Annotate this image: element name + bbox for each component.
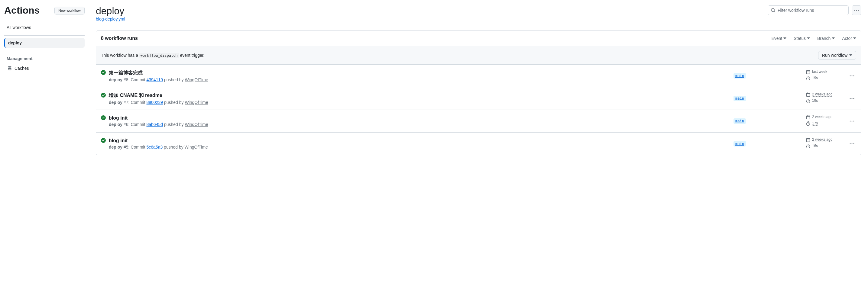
run-menu-button[interactable] — [848, 94, 856, 103]
check-circle-icon — [101, 115, 106, 120]
run-main: 增加 CNAME 和 readme deploy #7: Commit 8800… — [109, 92, 734, 105]
run-title[interactable]: blog init — [109, 115, 734, 121]
run-workflow-name: deploy — [109, 77, 122, 82]
calendar-icon — [806, 138, 810, 142]
run-main: blog init deploy #6: Commit 8ab645d push… — [109, 115, 734, 127]
run-title[interactable]: 增加 CNAME 和 readme — [109, 92, 734, 99]
branch-badge[interactable]: main — [734, 118, 746, 124]
run-subtitle: deploy #8: Commit 4394119 pushed by Wing… — [109, 77, 734, 82]
caret-down-icon — [853, 37, 856, 39]
filter-actor[interactable]: Actor — [842, 36, 856, 41]
actor-link[interactable]: WingOfTime — [185, 100, 208, 105]
dispatch-row: This workflow has a workflow_dispatch ev… — [96, 46, 861, 65]
calendar-icon — [806, 115, 810, 119]
run-main: blog init deploy #5: Commit 5c6a5a3 push… — [109, 138, 734, 149]
run-workflow-name: deploy — [109, 145, 122, 149]
run-branch-col: main — [734, 73, 806, 78]
dispatch-code: workflow_dispatch — [139, 53, 179, 58]
run-item: blog init deploy #5: Commit 5c6a5a3 push… — [96, 133, 861, 155]
run-when-col: 2 weeks ago 17s — [806, 115, 845, 128]
svg-point-6 — [850, 98, 851, 99]
filter-group: Event Status Branch Actor — [771, 36, 856, 41]
workflow-file-link[interactable]: blog-deploy.yml — [96, 16, 125, 22]
filter-event[interactable]: Event — [771, 36, 786, 41]
filter-event-label: Event — [771, 36, 782, 41]
caches-label: Caches — [14, 66, 29, 71]
management-section-label: Management — [4, 56, 85, 61]
run-when: 2 weeks ago — [812, 137, 832, 142]
run-when-row: 2 weeks ago — [806, 115, 845, 119]
actor-link[interactable]: WingOfTime — [185, 145, 208, 149]
run-duration: 17s — [812, 121, 818, 126]
svg-point-11 — [854, 121, 855, 122]
commit-sha-link[interactable]: 8800239 — [147, 100, 163, 105]
commit-sha-link[interactable]: 5c6a5a3 — [147, 145, 163, 149]
run-when-col: last week 19s — [806, 69, 845, 82]
svg-point-3 — [850, 75, 851, 76]
caret-down-icon — [783, 37, 786, 39]
run-number: #5 — [124, 145, 128, 149]
filter-status[interactable]: Status — [794, 36, 810, 41]
caches-link[interactable]: Caches — [4, 63, 85, 73]
run-number: #7 — [124, 100, 128, 105]
svg-point-7 — [852, 98, 852, 99]
run-workflow-label: Run workflow — [822, 53, 847, 58]
run-menu-button[interactable] — [848, 72, 856, 80]
page-title-block: deploy blog-deploy.yml — [96, 5, 125, 22]
new-workflow-button[interactable]: New workflow — [54, 7, 85, 14]
dispatch-text: This workflow has a workflow_dispatch ev… — [101, 53, 204, 58]
page-header-actions — [768, 5, 861, 15]
run-workflow-name: deploy — [109, 100, 122, 105]
all-workflows-link[interactable]: All workflows — [4, 22, 85, 33]
actor-link[interactable]: WingOfTime — [185, 122, 208, 127]
runs-box-header: 8 workflow runs Event Status Branch Acto… — [96, 31, 861, 46]
stopwatch-icon — [806, 144, 810, 148]
run-item: 增加 CNAME 和 readme deploy #7: Commit 8800… — [96, 87, 861, 110]
svg-point-12 — [850, 143, 851, 144]
svg-point-1 — [856, 10, 857, 11]
run-title[interactable]: blog init — [109, 138, 734, 143]
svg-point-13 — [852, 143, 852, 144]
run-workflow-name: deploy — [109, 122, 122, 127]
run-title[interactable]: 第一篇博客完成 — [109, 70, 734, 76]
svg-point-14 — [854, 143, 855, 144]
branch-badge[interactable]: main — [734, 141, 746, 146]
run-workflow-button[interactable]: Run workflow — [818, 51, 856, 60]
workflow-menu-button[interactable] — [852, 5, 861, 15]
svg-point-10 — [852, 121, 852, 122]
commit-sha-link[interactable]: 4394119 — [147, 77, 163, 82]
branch-badge[interactable]: main — [734, 73, 746, 78]
page-title: deploy — [96, 5, 125, 16]
caret-down-icon — [849, 54, 852, 56]
svg-point-0 — [855, 10, 855, 11]
check-circle-icon — [101, 138, 106, 143]
run-when-row: 2 weeks ago — [806, 92, 845, 97]
run-duration-row: 19s — [806, 76, 845, 80]
filter-actor-label: Actor — [842, 36, 852, 41]
actor-link[interactable]: WingOfTime — [185, 77, 208, 82]
filter-status-label: Status — [794, 36, 806, 41]
caret-down-icon — [807, 37, 810, 39]
page-header: deploy blog-deploy.yml — [96, 5, 861, 22]
run-item: blog init deploy #6: Commit 8ab645d push… — [96, 110, 861, 133]
kebab-icon — [849, 141, 855, 146]
run-menu-button[interactable] — [848, 139, 856, 148]
kebab-icon — [849, 96, 855, 101]
filter-branch[interactable]: Branch — [817, 36, 835, 41]
branch-badge[interactable]: main — [734, 96, 746, 101]
commit-sha-link[interactable]: 8ab645d — [147, 122, 163, 127]
stopwatch-icon — [806, 99, 810, 103]
run-menu-button[interactable] — [848, 117, 856, 125]
kebab-icon — [854, 8, 859, 13]
calendar-icon — [806, 70, 810, 74]
sidebar-workflow-deploy[interactable]: deploy — [4, 38, 85, 48]
sidebar-header: Actions New workflow — [4, 5, 85, 16]
run-when: 2 weeks ago — [812, 115, 832, 119]
runs-list: 第一篇博客完成 deploy #8: Commit 4394119 pushed… — [96, 65, 861, 155]
main-content: deploy blog-deploy.yml 8 workflow runs E — [89, 0, 868, 305]
database-icon — [7, 66, 12, 71]
stopwatch-icon — [806, 76, 810, 80]
kebab-icon — [849, 119, 855, 124]
search-input[interactable] — [768, 5, 849, 15]
run-item: 第一篇博客完成 deploy #8: Commit 4394119 pushed… — [96, 65, 861, 87]
